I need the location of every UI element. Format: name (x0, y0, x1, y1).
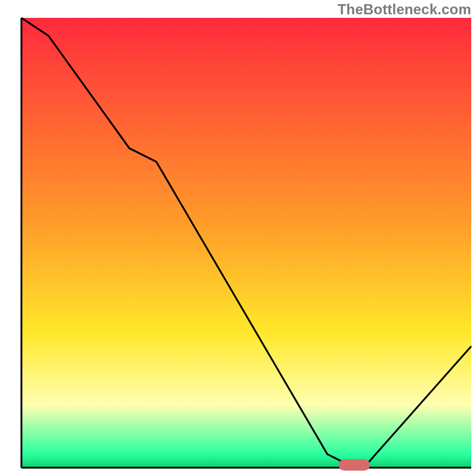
target-marker (339, 459, 370, 471)
watermark-text: TheBottleneck.com (337, 1, 471, 18)
bottleneck-chart (0, 0, 476, 476)
gradient-background (21, 18, 471, 468)
chart-stage: TheBottleneck.com (0, 0, 476, 476)
